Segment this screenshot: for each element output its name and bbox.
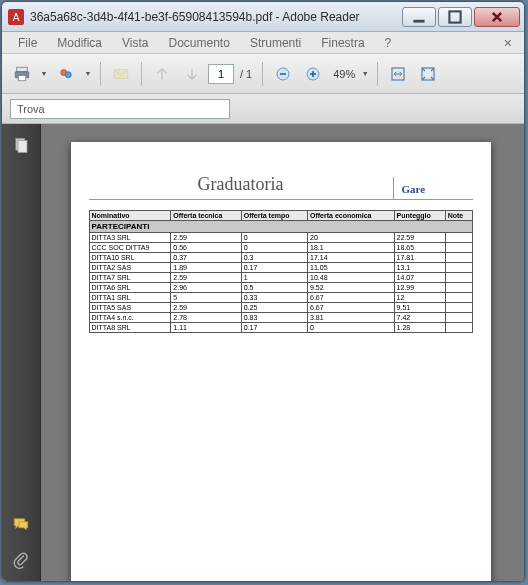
table-cell: 18.1 [308,243,395,253]
table-cell: 13.1 [394,263,445,273]
table-cell: 2.78 [171,313,241,323]
col-note: Note [445,211,472,221]
doc-title: Graduatoria [89,174,393,200]
table-row: DITTA4 s.n.c.2.780.833.817.42 [89,313,472,323]
svg-rect-6 [18,75,26,80]
maximize-button[interactable] [438,7,472,27]
table-cell: 2.59 [171,303,241,313]
fit-width-button[interactable] [384,60,412,88]
document-area[interactable]: Graduatoria Gare PARTECIPANTI Nominativo… [40,124,524,581]
menu-file[interactable]: File [8,34,47,52]
table-cell: 0.33 [241,293,307,303]
attachments-panel-icon[interactable] [10,549,32,571]
window-title: 36a5a68c-3d4b-4f41-be3f-65908413594b.pdf… [30,10,402,24]
table-cell: 17.81 [394,253,445,263]
minimize-button[interactable] [402,7,436,27]
svg-point-8 [65,71,71,77]
table-cell: 0.17 [241,263,307,273]
svg-rect-14 [312,71,314,77]
table-cell: 12 [394,293,445,303]
menu-strumenti[interactable]: Strumenti [240,34,311,52]
svg-rect-11 [280,73,286,75]
page-number-input[interactable] [208,64,234,84]
table-cell: 20 [308,233,395,243]
table-cell: 0.3 [241,253,307,263]
table-cell: 0.5 [241,283,307,293]
table-cell: 1.11 [171,323,241,333]
col-offerta-tempo: Offerta tempo [241,211,307,221]
fit-page-button[interactable] [414,60,442,88]
find-input[interactable] [10,99,230,119]
table-cell: 0 [241,233,307,243]
zoom-out-button[interactable] [269,60,297,88]
menu-vista[interactable]: Vista [112,34,158,52]
table-cell [445,303,472,313]
table-cell: DITTA1 SRL [89,293,171,303]
email-button [107,60,135,88]
table-cell: DITTA2 SAS [89,263,171,273]
find-bar [2,94,524,124]
table-row: DITTA6 SRL2.960.59.5212.99 [89,283,472,293]
table-cell: 1.89 [171,263,241,273]
menubar-close-icon[interactable]: × [498,35,518,51]
table-cell: DITTA8 SRL [89,323,171,333]
comments-panel-icon[interactable] [10,513,32,535]
table-cell: 0 [241,243,307,253]
collab-button[interactable] [52,60,80,88]
toolbar-separator [100,62,101,86]
page-total-label: / 1 [236,68,256,80]
table-row: DITTA3 SRL2.5902022.59 [89,233,472,243]
table-cell: CCC SOC DITTA9 [89,243,171,253]
table-cell: 22.59 [394,233,445,243]
pdf-page: Graduatoria Gare PARTECIPANTI Nominativo… [71,142,491,581]
zoom-in-button[interactable] [299,60,327,88]
menu-documento[interactable]: Documento [159,34,240,52]
col-nominativo: Nominativo [89,211,171,221]
table-row: DITTA7 SRL2.59110.4814.07 [89,273,472,283]
zoom-dropdown-icon[interactable]: ▼ [359,70,371,77]
table-cell: 10.48 [308,273,395,283]
table-cell: 0.25 [241,303,307,313]
pages-panel-icon[interactable] [10,134,32,156]
doc-gare-link[interactable]: Gare [393,177,473,200]
menu-help[interactable]: ? [375,34,402,52]
collab-dropdown-icon[interactable]: ▼ [82,70,94,77]
table-cell: 17.14 [308,253,395,263]
page-down-button [178,60,206,88]
table-cell: 18.65 [394,243,445,253]
table-cell: DITTA6 SRL [89,283,171,293]
table-cell: 14.07 [394,273,445,283]
nav-sidebar [2,124,40,581]
table-cell: 2.59 [171,233,241,243]
table-cell: 6.67 [308,303,395,313]
menu-finestra[interactable]: Finestra [311,34,374,52]
svg-rect-3 [449,11,460,22]
menu-bar: File Modifica Vista Documento Strumenti … [2,32,524,54]
menu-modifica[interactable]: Modifica [47,34,112,52]
table-row: DITTA1 SRL50.336.6712 [89,293,472,303]
table-cell: 9.51 [394,303,445,313]
svg-text:A: A [13,12,20,23]
toolbar-separator [141,62,142,86]
table-cell [445,323,472,333]
print-dropdown-icon[interactable]: ▼ [38,70,50,77]
table-cell: 0.37 [171,253,241,263]
page-up-button [148,60,176,88]
table-cell [445,293,472,303]
table-cell: 11.05 [308,263,395,273]
table-cell: 0.83 [241,313,307,323]
col-offerta-tecnica: Offerta tecnica [171,211,241,221]
table-cell [445,283,472,293]
window-controls [402,7,520,27]
svg-rect-4 [17,67,28,72]
table-row: DITTA10 SRL0.370.317.1417.81 [89,253,472,263]
table-cell [445,263,472,273]
table-cell: 1 [241,273,307,283]
table-row: CCC SOC DITTA90.56018.118.65 [89,243,472,253]
close-button[interactable] [474,7,520,27]
table-cell: DITTA7 SRL [89,273,171,283]
print-button[interactable] [8,60,36,88]
table-header-row: Nominativo Offerta tecnica Offerta tempo… [89,211,472,221]
svg-rect-18 [18,141,27,153]
table-cell [445,253,472,263]
